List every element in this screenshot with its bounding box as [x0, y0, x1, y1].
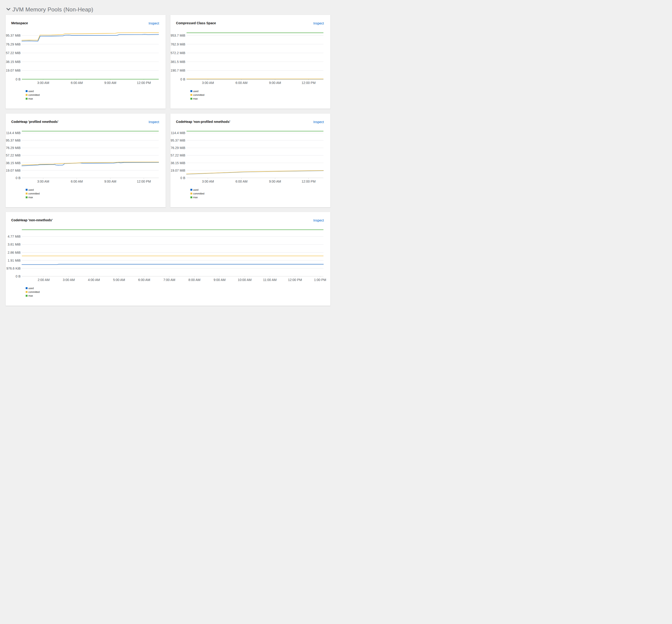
- svg-text:Inspect: Inspect: [314, 120, 324, 124]
- svg-text:76.29 MiB: 76.29 MiB: [6, 146, 21, 150]
- svg-text:38.15 MiB: 38.15 MiB: [6, 161, 21, 165]
- svg-text:0 B: 0 B: [16, 275, 21, 278]
- svg-text:0 B: 0 B: [180, 77, 185, 81]
- svg-text:CodeHeap 'non-nmethods': CodeHeap 'non-nmethods': [11, 218, 52, 222]
- svg-text:max: max: [28, 196, 33, 199]
- svg-text:95.37 MiB: 95.37 MiB: [6, 138, 21, 142]
- svg-text:used: used: [193, 90, 199, 93]
- svg-text:0 B: 0 B: [180, 176, 185, 180]
- svg-text:19.07 MiB: 19.07 MiB: [6, 69, 21, 72]
- svg-text:10:00 AM: 10:00 AM: [238, 278, 251, 282]
- svg-text:762.9 MiB: 762.9 MiB: [171, 43, 185, 46]
- svg-text:5:00 AM: 5:00 AM: [113, 278, 125, 282]
- svg-text:CodeHeap 'non-profiled nmethod: CodeHeap 'non-profiled nmethods': [176, 120, 230, 124]
- svg-text:6:00 AM: 6:00 AM: [235, 180, 247, 183]
- svg-text:3:00 AM: 3:00 AM: [202, 180, 214, 183]
- svg-text:19.07 MiB: 19.07 MiB: [6, 168, 21, 172]
- svg-text:12:00 PM: 12:00 PM: [301, 180, 316, 183]
- svg-text:0 B: 0 B: [16, 77, 21, 81]
- svg-text:9:00 AM: 9:00 AM: [104, 81, 116, 85]
- svg-text:19.07 MiB: 19.07 MiB: [171, 168, 185, 172]
- svg-text:12:00 PM: 12:00 PM: [137, 180, 151, 183]
- svg-text:6:00 AM: 6:00 AM: [138, 278, 150, 282]
- svg-text:committed: committed: [193, 192, 205, 195]
- svg-text:9:00 AM: 9:00 AM: [214, 278, 225, 282]
- svg-text:max: max: [193, 196, 198, 199]
- svg-text:76.29 MiB: 76.29 MiB: [171, 146, 185, 150]
- svg-text:11:00 AM: 11:00 AM: [263, 278, 276, 282]
- svg-text:3:00 AM: 3:00 AM: [63, 278, 75, 282]
- svg-text:12:00 PM: 12:00 PM: [301, 81, 316, 85]
- svg-text:95.37 MiB: 95.37 MiB: [6, 33, 21, 37]
- svg-text:1.91 MiB: 1.91 MiB: [8, 259, 21, 262]
- svg-text:114.4 MiB: 114.4 MiB: [171, 131, 185, 135]
- svg-text:38.15 MiB: 38.15 MiB: [171, 161, 185, 165]
- svg-text:committed: committed: [28, 94, 40, 96]
- svg-text:used: used: [193, 188, 199, 191]
- svg-text:committed: committed: [28, 192, 40, 195]
- svg-text:Metaspace: Metaspace: [11, 21, 28, 25]
- svg-text:used: used: [28, 90, 34, 93]
- svg-text:38.15 MiB: 38.15 MiB: [6, 60, 21, 64]
- svg-text:Inspect: Inspect: [314, 218, 324, 222]
- svg-text:76.29 MiB: 76.29 MiB: [6, 43, 21, 46]
- svg-text:7:00 AM: 7:00 AM: [163, 278, 175, 282]
- svg-text:12:00 PM: 12:00 PM: [137, 81, 151, 85]
- svg-text:9:00 AM: 9:00 AM: [104, 180, 116, 183]
- svg-text:used: used: [28, 287, 34, 290]
- svg-text:12:00 PM: 12:00 PM: [288, 278, 302, 282]
- svg-text:max: max: [28, 294, 33, 297]
- svg-text:CodeHeap 'profiled nmethods': CodeHeap 'profiled nmethods': [11, 120, 58, 124]
- svg-text:953.7 MiB: 953.7 MiB: [171, 33, 185, 37]
- svg-text:max: max: [193, 97, 198, 100]
- svg-text:976.6 KiB: 976.6 KiB: [6, 266, 21, 270]
- svg-text:3:00 AM: 3:00 AM: [37, 81, 49, 85]
- svg-text:2:00 AM: 2:00 AM: [38, 278, 49, 282]
- svg-text:8:00 AM: 8:00 AM: [189, 278, 200, 282]
- svg-text:57.22 MiB: 57.22 MiB: [6, 51, 21, 55]
- svg-text:Inspect: Inspect: [314, 22, 324, 25]
- svg-text:0 B: 0 B: [16, 176, 21, 180]
- svg-text:Inspect: Inspect: [149, 22, 159, 25]
- svg-text:used: used: [28, 188, 34, 191]
- svg-text:3:00 AM: 3:00 AM: [202, 81, 214, 85]
- svg-text:9:00 AM: 9:00 AM: [269, 81, 281, 85]
- svg-text:6:00 AM: 6:00 AM: [71, 81, 82, 85]
- svg-text:Compressed Class Space: Compressed Class Space: [176, 21, 216, 25]
- svg-text:57.22 MiB: 57.22 MiB: [171, 153, 185, 157]
- svg-text:572.2 MiB: 572.2 MiB: [171, 51, 185, 55]
- svg-text:9:00 AM: 9:00 AM: [269, 180, 281, 183]
- svg-text:114.4 MiB: 114.4 MiB: [6, 131, 21, 135]
- svg-text:4:00 AM: 4:00 AM: [88, 278, 100, 282]
- svg-text:95.37 MiB: 95.37 MiB: [171, 138, 185, 142]
- svg-text:Inspect: Inspect: [149, 120, 159, 124]
- svg-text:max: max: [28, 97, 33, 100]
- svg-text:3.81 MiB: 3.81 MiB: [8, 242, 21, 246]
- svg-text:committed: committed: [28, 290, 40, 293]
- svg-text:6:00 AM: 6:00 AM: [71, 180, 82, 183]
- svg-text:3:00 AM: 3:00 AM: [37, 180, 49, 183]
- svg-text:381.5 MiB: 381.5 MiB: [171, 60, 185, 64]
- svg-text:2.86 MiB: 2.86 MiB: [8, 251, 21, 254]
- svg-text:4.77 MiB: 4.77 MiB: [8, 235, 21, 238]
- svg-text:committed: committed: [193, 94, 205, 96]
- svg-text:6:00 AM: 6:00 AM: [235, 81, 247, 85]
- svg-text:1:00 PM: 1:00 PM: [314, 278, 326, 282]
- svg-text:57.22 MiB: 57.22 MiB: [6, 153, 21, 157]
- svg-text:190.7 MiB: 190.7 MiB: [171, 69, 185, 72]
